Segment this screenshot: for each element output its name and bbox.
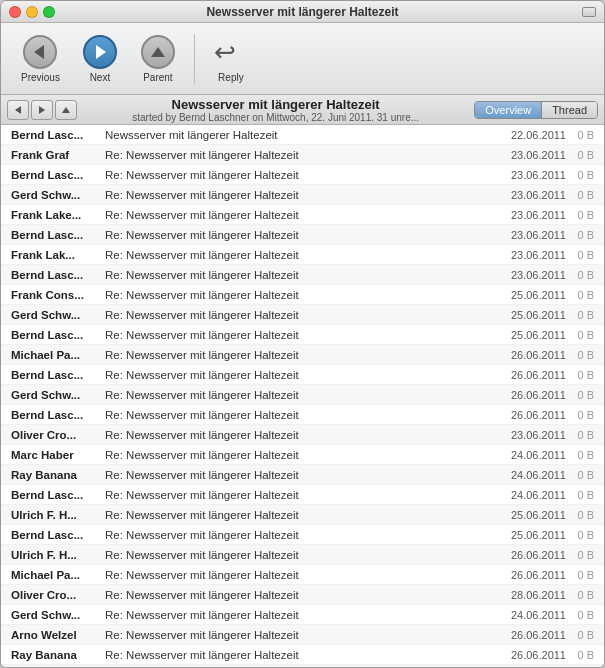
message-list[interactable]: Bernd Lasc...Newsserver mit längerer Hal…	[1, 125, 604, 667]
message-subject: Re: Newsserver mit längerer Haltezeit	[105, 549, 490, 561]
table-row[interactable]: Gerd Schw...Re: Newsserver mit längerer …	[1, 305, 604, 325]
sub-up-icon	[62, 107, 70, 113]
message-size: 0 B	[566, 249, 594, 261]
message-date: 24.06.2011	[496, 489, 566, 501]
table-row[interactable]: Gerd Schw...Re: Newsserver mit längerer …	[1, 605, 604, 625]
close-button[interactable]	[9, 6, 21, 18]
message-subject: Re: Newsserver mit längerer Haltezeit	[105, 209, 490, 221]
message-size: 0 B	[566, 649, 594, 661]
message-subject: Re: Newsserver mit längerer Haltezeit	[105, 249, 490, 261]
table-row[interactable]: Gerd Schw...Re: Newsserver mit längerer …	[1, 385, 604, 405]
message-sender: Bernd Lasc...	[11, 369, 99, 381]
table-row[interactable]: Frank Lak...Re: Newsserver mit längerer …	[1, 245, 604, 265]
message-size: 0 B	[566, 349, 594, 361]
next-icon	[82, 34, 118, 70]
message-size: 0 B	[566, 509, 594, 521]
message-size: 0 B	[566, 169, 594, 181]
overview-tab[interactable]: Overview	[475, 102, 542, 118]
message-sender: Ulrich F. H...	[11, 549, 99, 561]
message-sender: Bernd Lasc...	[11, 229, 99, 241]
message-date: 24.06.2011	[496, 449, 566, 461]
table-row[interactable]: Bernd Lasc...Re: Newsserver mit längerer…	[1, 525, 604, 545]
next-button[interactable]: Next	[72, 30, 128, 87]
message-size: 0 B	[566, 229, 594, 241]
table-row[interactable]: Ulrich F. H...Re: Newsserver mit längere…	[1, 505, 604, 525]
message-subject: Re: Newsserver mit längerer Haltezeit	[105, 509, 490, 521]
sub-prev-button[interactable]	[7, 100, 29, 120]
message-subject: Re: Newsserver mit längerer Haltezeit	[105, 369, 490, 381]
message-subject: Re: Newsserver mit längerer Haltezeit	[105, 469, 490, 481]
previous-button[interactable]: Previous	[11, 30, 70, 87]
table-row[interactable]: Bernd Lasc...Re: Newsserver mit längerer…	[1, 485, 604, 505]
message-subject: Re: Newsserver mit längerer Haltezeit	[105, 329, 490, 341]
table-row[interactable]: Gerd Schw...Re: Newsserver mit längerer …	[1, 185, 604, 205]
table-row[interactable]: Frank Lake...Re: Newsserver mit längerer…	[1, 205, 604, 225]
message-size: 0 B	[566, 149, 594, 161]
reply-button[interactable]: ↩ Reply	[203, 30, 259, 87]
message-subject: Re: Newsserver mit längerer Haltezeit	[105, 409, 490, 421]
message-size: 0 B	[566, 569, 594, 581]
message-subject: Re: Newsserver mit längerer Haltezeit	[105, 449, 490, 461]
table-row[interactable]: Oliver Cro...Re: Newsserver mit längerer…	[1, 585, 604, 605]
minimize-button[interactable]	[26, 6, 38, 18]
message-date: 22.06.2011	[496, 129, 566, 141]
subtoolbar: Newsserver mit längerer Haltezeit starte…	[1, 95, 604, 125]
previous-label: Previous	[21, 72, 60, 83]
message-sender: Bernd Lasc...	[11, 529, 99, 541]
table-row[interactable]: Bernd Lasc...Re: Newsserver mit längerer…	[1, 265, 604, 285]
table-row[interactable]: Frank Cons...Re: Newsserver mit längerer…	[1, 285, 604, 305]
table-row[interactable]: Bernd Lasc...Newsserver mit längerer Hal…	[1, 125, 604, 145]
message-date: 26.06.2011	[496, 569, 566, 581]
table-row[interactable]: Bernd Lasc...Re: Newsserver mit längerer…	[1, 405, 604, 425]
parent-button[interactable]: Parent	[130, 30, 186, 87]
table-row[interactable]: Jörg TewesRe: Newsserver mit längerer Ha…	[1, 665, 604, 667]
message-date: 26.06.2011	[496, 409, 566, 421]
view-toggle: Overview Thread	[474, 101, 598, 119]
table-row[interactable]: Michael Pa...Re: Newsserver mit längerer…	[1, 345, 604, 365]
message-date: 25.06.2011	[496, 509, 566, 521]
message-date: 23.06.2011	[496, 169, 566, 181]
table-row[interactable]: Bernd Lasc...Re: Newsserver mit längerer…	[1, 165, 604, 185]
message-size: 0 B	[566, 129, 594, 141]
sub-prev-icon	[15, 106, 21, 114]
message-subject: Re: Newsserver mit längerer Haltezeit	[105, 349, 490, 361]
sub-next-button[interactable]	[31, 100, 53, 120]
table-row[interactable]: Arno WelzelRe: Newsserver mit längerer H…	[1, 625, 604, 645]
message-size: 0 B	[566, 529, 594, 541]
message-sender: Ray Banana	[11, 649, 99, 661]
message-subject: Re: Newsserver mit längerer Haltezeit	[105, 169, 490, 181]
message-size: 0 B	[566, 629, 594, 641]
table-row[interactable]: Bernd Lasc...Re: Newsserver mit längerer…	[1, 225, 604, 245]
message-date: 25.06.2011	[496, 289, 566, 301]
table-row[interactable]: Bernd Lasc...Re: Newsserver mit längerer…	[1, 325, 604, 345]
message-subject: Re: Newsserver mit längerer Haltezeit	[105, 269, 490, 281]
toolbar-separator	[194, 34, 195, 84]
table-row[interactable]: Frank GrafRe: Newsserver mit längerer Ha…	[1, 145, 604, 165]
thread-tab[interactable]: Thread	[542, 102, 597, 118]
table-row[interactable]: Ulrich F. H...Re: Newsserver mit längere…	[1, 545, 604, 565]
message-size: 0 B	[566, 309, 594, 321]
message-date: 28.06.2011	[496, 589, 566, 601]
table-row[interactable]: Oliver Cro...Re: Newsserver mit längerer…	[1, 425, 604, 445]
reply-icon: ↩	[213, 34, 249, 70]
message-sender: Bernd Lasc...	[11, 329, 99, 341]
message-size: 0 B	[566, 389, 594, 401]
table-row[interactable]: Bernd Lasc...Re: Newsserver mit längerer…	[1, 365, 604, 385]
table-row[interactable]: Michael Pa...Re: Newsserver mit längerer…	[1, 565, 604, 585]
message-subject: Re: Newsserver mit längerer Haltezeit	[105, 629, 490, 641]
sub-up-button[interactable]	[55, 100, 77, 120]
message-date: 26.06.2011	[496, 549, 566, 561]
zoom-button[interactable]	[43, 6, 55, 18]
next-label: Next	[90, 72, 111, 83]
table-row[interactable]: Ray BananaRe: Newsserver mit längerer Ha…	[1, 645, 604, 665]
table-row[interactable]: Ray BananaRe: Newsserver mit längerer Ha…	[1, 465, 604, 485]
message-date: 23.06.2011	[496, 429, 566, 441]
message-size: 0 B	[566, 289, 594, 301]
message-size: 0 B	[566, 189, 594, 201]
parent-icon	[140, 34, 176, 70]
table-row[interactable]: Marc HaberRe: Newsserver mit längerer Ha…	[1, 445, 604, 465]
maximize-icon[interactable]	[582, 7, 596, 17]
message-date: 24.06.2011	[496, 469, 566, 481]
message-date: 26.06.2011	[496, 649, 566, 661]
message-date: 26.06.2011	[496, 369, 566, 381]
